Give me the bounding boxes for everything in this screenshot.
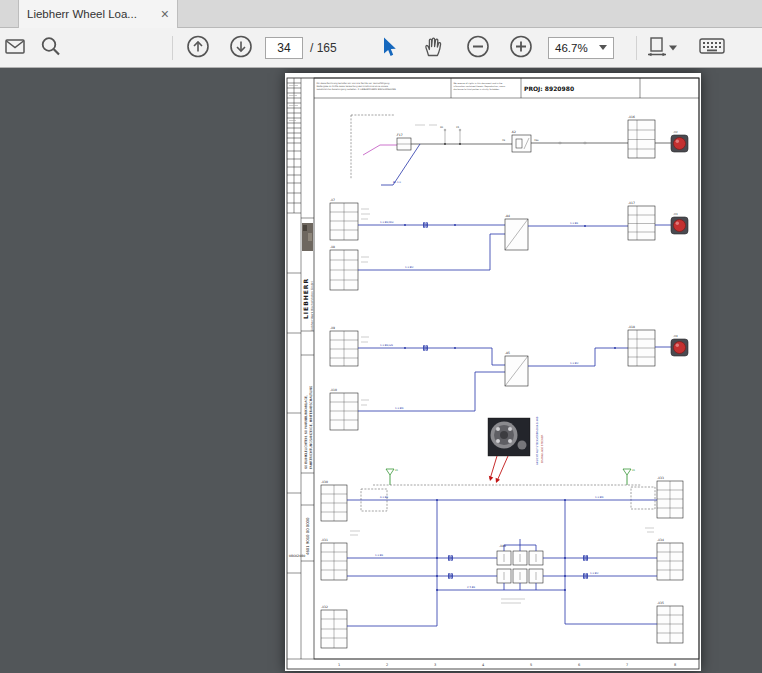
zoom-level-value: 46.7%: [555, 42, 591, 54]
svg-text:-X34: -X34: [657, 538, 664, 542]
toolbar-separator: [636, 36, 637, 60]
svg-text:8: 8: [674, 663, 676, 667]
svg-text:15: 15: [456, 126, 460, 129]
svg-text:7: 7: [626, 663, 628, 667]
circuit-row-1: -F17 30 15 -K2 49: [351, 115, 688, 185]
callout-arrows: [489, 456, 508, 483]
keyboard-button[interactable]: [697, 34, 727, 61]
connector-right-1: -X16: [628, 115, 655, 158]
liebherr-logo: LIEBHERR: [302, 278, 309, 319]
connector-photo: [488, 418, 530, 456]
svg-text:1.0 BK/GN: 1.0 BK/GN: [380, 344, 393, 347]
page-number-input[interactable]: [266, 38, 302, 58]
magnifier-icon: [40, 35, 62, 60]
module-2: -A5: [505, 351, 528, 386]
company-name: Liebherr-Werk Bischofshofen GmbH: [310, 281, 314, 331]
svg-text:-X17: -X17: [628, 201, 635, 205]
svg-text:1.0 BU: 1.0 BU: [590, 572, 598, 575]
pdf-page: 08602080 LIEBHERR Liebherr-Werk Bischofs…: [285, 73, 701, 671]
svg-text:-F17: -F17: [396, 133, 403, 137]
sheet-title-2: FAHRTRICHTUNGSANZEIGE, HINTERABSCHALTUNG: [309, 385, 313, 469]
title-block: Für diese Zeichnung behalten wir uns all…: [314, 78, 699, 98]
hand-tool-button[interactable]: [421, 33, 445, 62]
connector-cluster: -X40: [497, 539, 543, 603]
svg-text:BL 1.0: BL 1.0: [393, 181, 401, 184]
chevron-down-icon: [599, 45, 607, 50]
svg-text:-H2: -H2: [673, 131, 678, 134]
ground-symbol-left: 31: [386, 469, 399, 485]
flasher-relay: -K2: [511, 130, 531, 152]
email-button[interactable]: [3, 36, 27, 59]
svg-text:1.0 BN: 1.0 BN: [595, 496, 603, 499]
page-display-button[interactable]: [644, 34, 670, 61]
svg-text:2.5 BK: 2.5 BK: [467, 586, 475, 589]
svg-text:49a: 49a: [534, 139, 539, 142]
svg-text:1: 1: [338, 663, 340, 667]
svg-text:1.0 BU: 1.0 BU: [405, 266, 413, 269]
svg-text:30: 30: [440, 126, 444, 129]
title-column: LIEBHERR Liebherr-Werk Bischofshofen Gmb…: [301, 218, 314, 561]
circuit-row-3: -X9 -X10 1: [330, 325, 688, 430]
doc-code: 08602080: [289, 554, 305, 558]
page-number-box: [265, 37, 303, 59]
hand-icon: [423, 35, 443, 60]
document-tab[interactable]: Liebherr Wheel Loa... ×: [18, 0, 178, 28]
circuit-bottom: 31 31 -X30: [321, 469, 683, 648]
connector-left-g: -X32: [321, 605, 347, 648]
svg-text:-A5: -A5: [505, 351, 510, 355]
svg-text:31: 31: [632, 469, 636, 472]
svg-text:31: 31: [395, 469, 399, 472]
wiring-schematic: 08602080 LIEBHERR Liebherr-Werk Bischofs…: [285, 73, 701, 671]
connector-left-a: -X7: [330, 198, 370, 240]
select-tool-button[interactable]: [377, 33, 399, 62]
page-display-icon: [646, 36, 668, 59]
connector-right-2: -X17: [628, 201, 655, 240]
keyboard-icon: [699, 36, 725, 59]
svg-text:-X18: -X18: [628, 325, 635, 329]
svg-text:3: 3: [434, 663, 436, 667]
connector-right-j: -X35: [657, 601, 683, 643]
arrow-down-circle-icon: [229, 34, 253, 61]
svg-text:4: 4: [482, 663, 485, 667]
svg-text:-X33: -X33: [657, 476, 664, 480]
svg-text:1.0 BK: 1.0 BK: [570, 222, 578, 225]
tab-close-icon[interactable]: ×: [161, 7, 169, 21]
tab-title: Liebherr Wheel Loa...: [27, 8, 155, 20]
envelope-icon: [5, 38, 25, 57]
document-canvas[interactable]: 08602080 LIEBHERR Liebherr-Werk Bischofs…: [0, 68, 762, 673]
svg-text:-K2: -K2: [511, 130, 516, 134]
connector-right-3: -X18: [628, 325, 655, 366]
marquee-zoom-button[interactable]: [38, 33, 64, 62]
zoom-in-button[interactable]: [507, 32, 535, 63]
svg-text:5: 5: [530, 663, 532, 667]
svg-text:-A4: -A4: [505, 214, 510, 218]
doc-number: 4601 9010 00 0000: [305, 517, 310, 555]
svg-text:-X40: -X40: [499, 544, 506, 548]
svg-text:-X7: -X7: [330, 198, 335, 202]
svg-text:-H4: -H4: [673, 335, 678, 338]
connector-left-d: -X10: [330, 388, 369, 430]
disclaimer-de-3: ausdrückliche Genehmigung verboten. © LI…: [317, 88, 397, 91]
arrow-up-circle-icon: [186, 34, 210, 61]
circuit-row-2: -X7 -X8 1.: [330, 198, 688, 290]
connector-left-f: -X31: [321, 538, 347, 580]
svg-text:-X35: -X35: [657, 601, 664, 605]
svg-text:-X10: -X10: [330, 388, 337, 392]
cursor-arrow-icon: [379, 35, 397, 60]
drawing-frame: [287, 78, 699, 669]
next-page-button[interactable]: [227, 32, 255, 63]
zoom-out-button[interactable]: [464, 32, 492, 63]
page-count-label: / 165: [310, 41, 337, 55]
svg-text:49: 49: [502, 139, 506, 142]
svg-text:-X30: -X30: [321, 480, 328, 484]
svg-text:1.0 BK: 1.0 BK: [375, 554, 383, 557]
previous-page-button[interactable]: [184, 32, 212, 63]
revision-table: 08602080: [287, 78, 305, 573]
photo-note-blue: ANSICHT AUF STECKVERBINDUNG X40: [536, 416, 539, 465]
svg-text:1.0 BN: 1.0 BN: [395, 407, 403, 410]
zoom-level-select[interactable]: 46.7%: [548, 37, 614, 59]
connector-right-h: -X33: [657, 476, 683, 518]
svg-text:1.0 BU: 1.0 BU: [570, 362, 578, 365]
chevron-down-icon[interactable]: [669, 45, 677, 50]
svg-text:-X31: -X31: [321, 538, 328, 542]
